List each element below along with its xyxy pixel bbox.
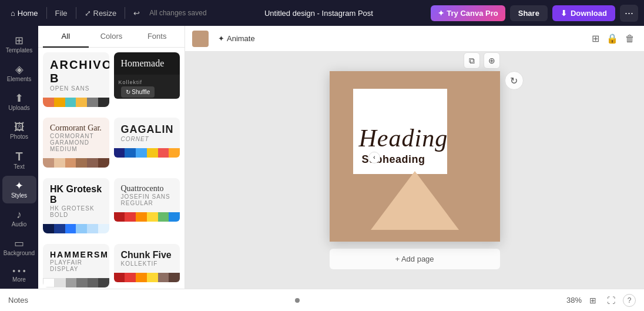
color-swatch	[87, 98, 98, 107]
canvas-scroll[interactable]: ⧉ ⊕ Heading Subheading ↻	[185, 52, 644, 289]
saved-status: All changes saved	[149, 9, 206, 17]
style-font-sub: JOSEFIN SANS REGULAR	[121, 193, 173, 206]
sidebar-item-photos[interactable]: 🖼 Photos	[2, 117, 36, 145]
sidebar-item-elements[interactable]: ◈ Elements	[2, 59, 36, 87]
list-item[interactable]: ARCHIVO B OPEN SANS	[43, 52, 109, 107]
download-button[interactable]: ⬇ Download	[552, 5, 615, 21]
grid-view-button[interactable]: ⊞	[589, 31, 602, 46]
topbar-divider-1	[46, 7, 47, 19]
home-button[interactable]: ⌂ Home	[6, 6, 43, 21]
animate-button[interactable]: ✦ Animate	[213, 31, 260, 46]
sidebar-item-text[interactable]: T Text	[2, 146, 36, 175]
collapse-panel-button[interactable]: ‹	[368, 152, 380, 163]
styles-tabs: All Colors Fonts	[38, 26, 185, 48]
sidebar-item-uploads[interactable]: ⬆ Uploads	[2, 88, 36, 116]
tab-colors[interactable]: Colors	[89, 26, 135, 48]
color-picker-button[interactable]	[192, 31, 209, 47]
color-swatch	[158, 148, 169, 158]
page-grid-button[interactable]: ⊞	[586, 294, 599, 307]
list-item[interactable]: Quattrocento JOSEFIN SANS REGULAR	[114, 178, 180, 233]
background-label: Background	[4, 250, 35, 256]
style-font-name: Quattrocento	[121, 184, 164, 193]
canvas-triangle	[371, 171, 459, 230]
style-font-name: Cormorant Gar.	[50, 123, 102, 133]
color-swatch	[125, 212, 136, 222]
style-font-name: Homemade	[121, 58, 165, 69]
text-label: Text	[14, 163, 24, 170]
style-color-row	[114, 273, 180, 282]
list-item[interactable]: HK Grotesk B HK GROTESK BOLD	[43, 178, 109, 233]
sidebar-item-audio[interactable]: ♪ Audio	[2, 205, 36, 232]
help-button[interactable]: ?	[623, 294, 636, 307]
main-content: ⊞ Templates ◈ Elements ⬆ Uploads 🖼 Photo…	[0, 26, 644, 289]
lock-button[interactable]: 🔒	[604, 31, 620, 46]
color-swatch	[66, 278, 76, 287]
color-swatch	[169, 148, 180, 158]
star-icon: ✦	[438, 9, 444, 18]
canvas-heading-text[interactable]: Heading	[359, 124, 448, 152]
add-page-from-top-button[interactable]: ⊕	[484, 52, 500, 69]
list-item[interactable]: Chunk Five Kollektif	[114, 244, 180, 287]
sidebar-item-templates[interactable]: ⊞ Templates	[2, 31, 36, 58]
color-swatch	[54, 98, 65, 107]
color-swatch	[65, 224, 76, 233]
fullscreen-button[interactable]: ⛶	[604, 294, 618, 307]
color-swatch	[55, 278, 65, 287]
list-item[interactable]: Cormorant Gar. Cormorant Garamond Medium	[43, 118, 109, 168]
style-font-sub: Kollektif	[121, 260, 158, 267]
color-swatch	[87, 224, 98, 233]
list-item[interactable]: GAGALIN Cornet	[114, 118, 180, 168]
text-icon: T	[15, 151, 22, 162]
color-swatch	[147, 148, 158, 158]
style-color-row	[43, 224, 109, 233]
uploads-label: Uploads	[8, 105, 30, 111]
page-indicator	[295, 298, 300, 303]
trash-button[interactable]: 🗑	[623, 31, 637, 46]
color-swatch	[65, 98, 76, 107]
refresh-button[interactable]: ↻	[505, 71, 524, 90]
add-page-label: + Add page	[395, 255, 434, 263]
color-swatch	[43, 224, 54, 233]
elements-label: Elements	[7, 76, 32, 82]
canvas-page-container: ⧉ ⊕ Heading Subheading ↻	[330, 71, 500, 269]
style-font-sub: Kollektif	[119, 79, 143, 85]
share-button[interactable]: Share	[510, 5, 548, 21]
color-swatch	[43, 278, 55, 287]
sidebar-item-background[interactable]: ▭ Background	[2, 233, 36, 261]
resize-button[interactable]: ⤢ Resize	[80, 6, 122, 21]
sidebar-item-styles[interactable]: ✦ Styles	[2, 176, 36, 203]
zoom-level: 38%	[566, 296, 582, 305]
trash-icon: 🗑	[625, 34, 635, 44]
undo-button[interactable]: ↩	[129, 6, 145, 21]
style-color-row	[114, 212, 180, 222]
sidebar-item-more[interactable]: • • • More	[2, 262, 36, 287]
design-canvas[interactable]: Heading Subheading	[330, 71, 500, 242]
color-swatch	[125, 148, 136, 158]
more-options-button[interactable]: ···	[620, 5, 638, 22]
share-label: Share	[518, 9, 539, 18]
tab-all[interactable]: All	[43, 26, 89, 48]
list-item[interactable]: HAMMERSM Playfair Display	[43, 244, 109, 287]
color-swatch	[114, 273, 125, 282]
add-page-button[interactable]: + Add page	[330, 249, 500, 269]
try-canva-button[interactable]: ✦ Try Canva Pro	[431, 5, 505, 21]
styles-label: Styles	[11, 192, 27, 199]
styles-icon: ✦	[15, 180, 24, 191]
sidebar-icons: ⊞ Templates ◈ Elements ⬆ Uploads 🖼 Photo…	[0, 26, 38, 289]
color-swatch	[98, 158, 109, 168]
color-swatch	[65, 158, 76, 168]
color-swatch	[158, 273, 169, 282]
file-button[interactable]: File	[51, 6, 72, 21]
tab-fonts[interactable]: Fonts	[134, 26, 180, 48]
color-swatch	[76, 278, 87, 287]
list-item[interactable]: Homemade Kollektif ↻ Shuffle	[114, 52, 180, 107]
document-title: Untitled design - Instagram Post	[264, 9, 373, 18]
color-swatch	[158, 212, 169, 222]
audio-icon: ♪	[16, 209, 22, 220]
copy-page-button[interactable]: ⧉	[464, 52, 480, 69]
style-font-name: HK Grotesk B	[50, 184, 102, 205]
undo-icon: ↩	[133, 9, 140, 18]
style-font-name: HAMMERSM	[50, 250, 109, 259]
shuffle-button[interactable]: ↻ Shuffle	[121, 86, 155, 98]
color-swatch	[54, 158, 65, 168]
